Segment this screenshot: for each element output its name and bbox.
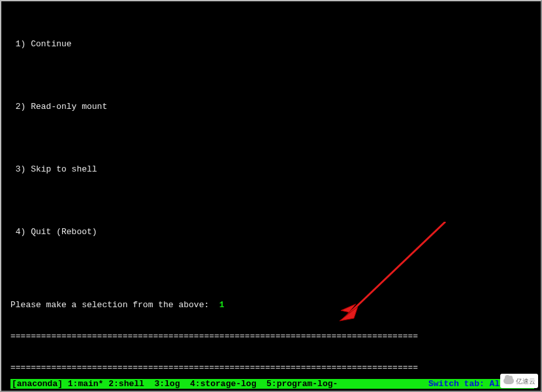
cloud-icon: [503, 378, 514, 384]
separator-line: ========================================…: [10, 363, 534, 373]
blank-line: [10, 258, 534, 269]
menu-option-2: 2) Read-only mount: [10, 102, 534, 112]
blank-line: [10, 133, 534, 143]
tmux-tabs[interactable]: [anaconda] 1:main* 2:shell 3:log 4:stora…: [10, 379, 423, 389]
terminal-window: 1) Continue 2) Read-only mount 3) Skip t…: [0, 0, 542, 392]
menu-option-1: 1) Continue: [10, 39, 534, 50]
blank-line: [10, 196, 534, 206]
selection-prompt-text: Please make a selection from the above:: [10, 300, 219, 310]
menu-option-4: 4) Quit (Reboot): [10, 227, 534, 237]
terminal-output[interactable]: 1) Continue 2) Read-only mount 3) Skip t…: [10, 8, 534, 378]
watermark-text: 亿速云: [516, 378, 535, 385]
tmux-status-bar[interactable]: [anaconda] 1:main* 2:shell 3:log 4:stora…: [10, 379, 534, 389]
watermark-logo: 亿速云: [500, 374, 538, 388]
blank-line: [10, 70, 534, 81]
selection-input-value[interactable]: 1: [219, 300, 225, 310]
menu-option-3: 3) Skip to shell: [10, 164, 534, 175]
separator-line: ========================================…: [10, 331, 534, 342]
selection-prompt: Please make a selection from the above: …: [10, 300, 534, 310]
